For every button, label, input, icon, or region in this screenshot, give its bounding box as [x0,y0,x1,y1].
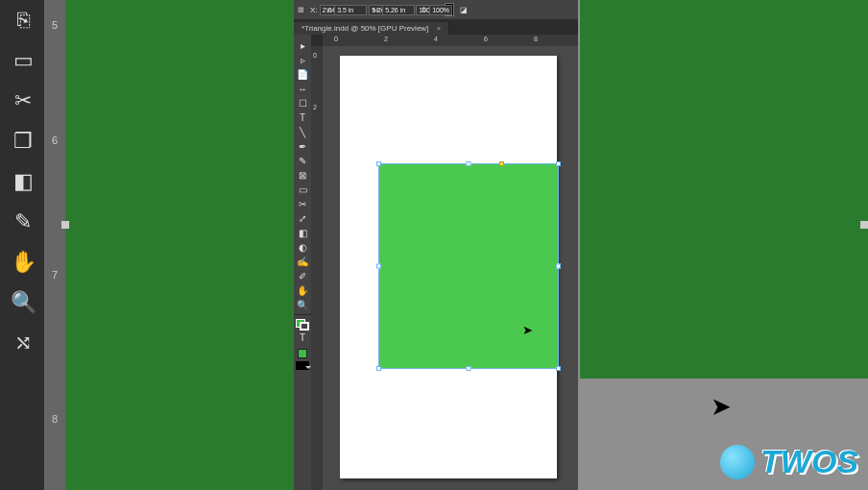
direct-selection-tool-icon[interactable]: ▹ [295,53,310,67]
bg-ruler-6: 6 [44,135,65,146]
twos-text: TWOS [760,443,858,480]
horizontal-ruler: 0 2 4 6 8 [323,35,578,46]
send-back-icon: ❐ [9,127,37,156]
twos-logo-icon [720,445,755,479]
resize-handle[interactable] [556,366,561,371]
h-label: H: [373,6,380,14]
free-transform-tool-icon[interactable]: ⤢ [295,211,310,226]
resize-handle[interactable] [467,366,471,371]
tools-panel: ▸ ▹ 📄 ↔ ☐ T ╲ ✒ ✎ ⊠ ▭ ✂ ⤢ ◧ ◐ ✍ ✐ ✋ 🔍 T [294,35,311,490]
fill-stroke-swatch[interactable] [296,319,309,331]
gap-tool-icon[interactable]: ↔ [295,82,310,96]
indesign-window: ⊞ X: W: ⇔ ◪ ⊞ Y: H: ⇕ [294,0,578,490]
swap-icon: ⤭ [9,329,37,357]
cursor-icon: ➤ [522,323,533,337]
hand-icon: ✋ [9,248,37,277]
reference-point[interactable]: ⊞ [298,6,304,14]
rect-icon: ▭ [9,46,37,75]
ruler-h-4: 4 [434,36,438,42]
selection-handle [61,221,69,229]
hand-tool-icon[interactable]: ✋ [295,283,310,298]
rectangle-frame-tool-icon[interactable]: ⊠ [295,168,310,183]
y-label: Y: [326,6,332,14]
resize-handle[interactable] [376,264,381,269]
ruler-h-6: 6 [484,36,488,42]
line-tool-icon[interactable]: ╲ [295,125,310,139]
content-collector-icon[interactable]: ☐ [295,96,310,110]
twos-watermark: TWOS [720,443,858,480]
type-tool-icon[interactable]: T [295,110,310,125]
x-label: X: [310,6,318,14]
selection-tool-icon[interactable]: ▸ [295,38,310,53]
pencil-tool-icon[interactable]: ✎ [295,154,310,168]
document-tab-title: *Triangle.indd @ 50% [GPU Preview] [301,24,428,33]
resize-handle[interactable] [376,366,381,371]
zoom-tool-icon[interactable]: 🔍 [295,298,310,312]
pen-tool-icon[interactable]: ✒ [295,139,310,154]
bg-cursor-icon: ➤ [711,392,732,422]
h-input[interactable] [382,5,415,15]
note-tool-icon[interactable]: ✍ [295,255,310,269]
document-tab-bar: *Triangle.indd @ 50% [GPU Preview] × [294,19,578,35]
scale-y-input[interactable] [429,5,452,15]
eyedropper-tool-icon[interactable]: ✐ [295,269,310,283]
stroke-swatch-icon[interactable] [300,322,309,331]
close-tab-icon[interactable]: × [437,24,442,33]
selected-rectangle[interactable] [378,163,559,369]
gradient-feather-tool-icon[interactable]: ◐ [295,240,310,255]
resize-handle[interactable] [556,264,561,269]
document-canvas[interactable]: 0 2 4 6 8 0 2 [311,35,578,490]
ruler-v-2: 2 [313,104,317,110]
bg-green-left [65,0,296,490]
bg-ruler-7: 7 [44,269,65,281]
link-icon: ⎘ [9,6,37,35]
bg-left-toolbar: ⎘ ▭ ✂ ❐ ◧ ✎ ✋ 🔍 ⤭ [0,0,46,490]
bg-ruler-5: 5 [44,19,65,31]
eyedropper-icon: ✎ [9,208,37,236]
flip-icon[interactable]: ◪ [460,6,468,14]
pasteboard[interactable]: ➤ [323,46,578,490]
resize-handle[interactable] [467,161,471,166]
document-tab[interactable]: *Triangle.indd @ 50% [GPU Preview] × [294,22,449,35]
ruler-v-0: 0 [313,52,317,59]
apply-color-icon[interactable]: T [295,331,310,345]
rectangle-tool-icon[interactable]: ▭ [295,183,310,197]
scissors-icon: ✂ [9,86,37,115]
zoom-icon: 🔍 [9,288,37,317]
scissors-tool-icon[interactable]: ✂ [295,197,310,211]
gradient-swatch-tool-icon[interactable]: ◧ [295,226,310,240]
page-tool-icon[interactable]: 📄 [295,67,310,82]
selection-handle [860,221,868,229]
ruler-h-2: 2 [384,36,388,42]
resize-handle[interactable] [556,161,561,166]
bg-ruler-8: 8 [44,413,65,425]
ruler-h-8: 8 [534,36,538,42]
reference-handle[interactable] [499,161,504,166]
scale-y-icon: ⇕ [421,6,427,14]
vertical-ruler: 0 2 [311,46,323,490]
resize-handle[interactable] [376,161,381,166]
y-input[interactable] [334,5,367,15]
fill-swatch-icon: ◧ [9,167,37,196]
apply-color-dot[interactable] [298,349,307,358]
ruler-h-0: 0 [334,36,338,42]
view-mode-icon[interactable] [296,361,309,370]
bg-green-right [580,0,868,379]
